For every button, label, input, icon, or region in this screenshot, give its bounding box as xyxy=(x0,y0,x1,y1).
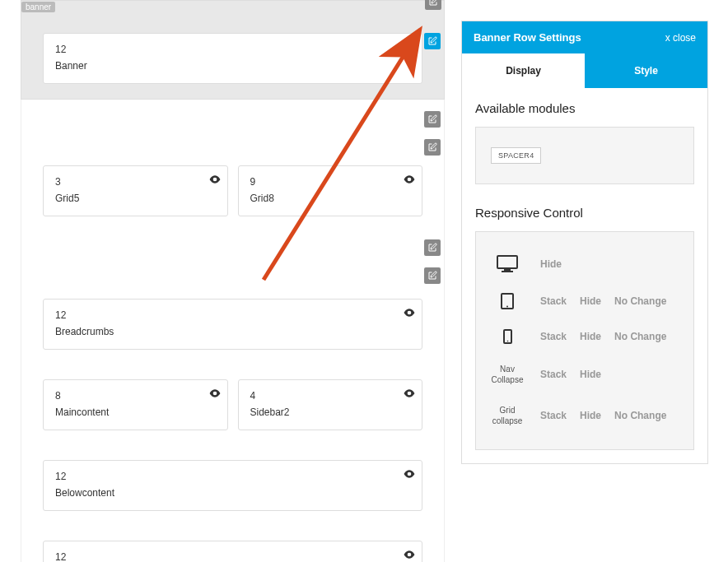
eye-icon[interactable] xyxy=(397,42,408,53)
close-button[interactable]: x close xyxy=(665,32,696,44)
option-stack[interactable]: Stack xyxy=(540,369,567,380)
option-nochange[interactable]: No Change xyxy=(614,331,666,342)
edit-icon[interactable] xyxy=(424,267,441,284)
layout-canvas: banner 12 Banner xyxy=(0,0,445,562)
nav-collapse-label: NavCollapse xyxy=(483,364,532,385)
eye-icon[interactable] xyxy=(404,550,415,561)
available-modules-title: Available modules xyxy=(475,101,694,115)
responsive-control-title: Responsive Control xyxy=(475,206,694,220)
responsive-row-desktop: Hide xyxy=(483,245,687,283)
option-stack[interactable]: Stack xyxy=(540,295,567,307)
option-nochange[interactable]: No Change xyxy=(614,410,666,421)
settings-header: Banner Row Settings x close xyxy=(462,21,707,53)
tab-style[interactable]: Style xyxy=(585,53,707,88)
card-banner[interactable]: 12 Banner xyxy=(43,33,422,84)
phone-icon xyxy=(483,329,532,344)
eye-icon[interactable] xyxy=(404,174,415,186)
edit-icon[interactable] xyxy=(424,111,441,128)
card-grid8[interactable]: 9 Grid8 xyxy=(238,165,423,216)
responsive-control-box: Hide Stack Hide No Change xyxy=(475,231,694,450)
module-chip-spacer4[interactable]: SPACER4 xyxy=(491,147,541,164)
responsive-row-phone: Stack Hide No Change xyxy=(483,319,687,354)
eye-icon[interactable] xyxy=(209,174,221,186)
card-belowcontent[interactable]: 12 Belowcontent xyxy=(43,460,422,511)
grid-collapse-label: Gridcollapse xyxy=(483,405,532,426)
svg-rect-1 xyxy=(497,256,517,268)
settings-panel: Banner Row Settings x close Display Styl… xyxy=(461,21,708,464)
tab-display[interactable]: Display xyxy=(462,53,585,88)
settings-tabs: Display Style xyxy=(462,53,707,88)
edit-icon[interactable] xyxy=(424,139,441,156)
option-hide[interactable]: Hide xyxy=(540,258,562,270)
available-modules-box: SPACER4 xyxy=(475,127,694,184)
option-hide[interactable]: Hide xyxy=(580,295,601,307)
svg-point-5 xyxy=(506,306,508,308)
card-breadcrumbs[interactable]: 12 Breadcrumbs xyxy=(43,299,422,350)
card-maincontent[interactable]: 8 Maincontent xyxy=(43,379,228,430)
edit-row-button[interactable] xyxy=(424,33,441,49)
card-columns: 12 xyxy=(55,44,410,55)
card-sidebar2[interactable]: 4 Sidebar2 xyxy=(238,379,423,430)
banner-section: 12 Banner xyxy=(21,12,445,100)
responsive-row-nav-collapse: NavCollapse Stack Hide xyxy=(483,354,687,395)
card-title: Banner xyxy=(55,60,410,72)
option-hide[interactable]: Hide xyxy=(580,331,601,342)
option-hide[interactable]: Hide xyxy=(580,369,601,380)
option-hide[interactable]: Hide xyxy=(580,410,601,421)
desktop-icon xyxy=(483,255,532,273)
eye-icon[interactable] xyxy=(209,388,221,400)
eye-icon[interactable] xyxy=(404,308,415,319)
responsive-row-grid-collapse: Gridcollapse Stack Hide No Change xyxy=(483,395,687,436)
eye-icon[interactable] xyxy=(404,388,415,400)
svg-rect-2 xyxy=(504,269,511,271)
svg-rect-3 xyxy=(502,271,513,272)
edit-icon[interactable] xyxy=(425,0,441,10)
svg-point-7 xyxy=(506,341,508,342)
option-stack[interactable]: Stack xyxy=(540,331,567,342)
option-stack[interactable]: Stack xyxy=(540,410,567,421)
card-grid5[interactable]: 3 Grid5 xyxy=(43,165,228,216)
card-below[interactable]: 12 Below xyxy=(43,541,422,562)
eye-icon[interactable] xyxy=(404,469,415,481)
edit-icon[interactable] xyxy=(424,239,441,256)
tablet-icon xyxy=(483,293,532,309)
section-tag-banner: banner xyxy=(21,2,55,12)
option-nochange[interactable]: No Change xyxy=(614,295,666,307)
settings-title: Banner Row Settings xyxy=(474,31,581,44)
responsive-row-tablet: Stack Hide No Change xyxy=(483,283,687,319)
